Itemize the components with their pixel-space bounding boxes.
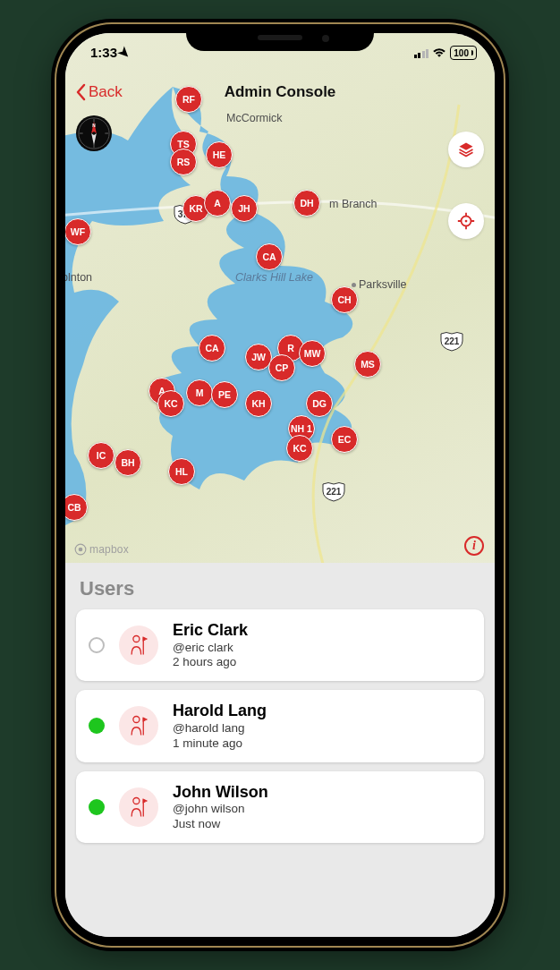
route-shield: 221 bbox=[439, 330, 464, 352]
chevron-left-icon bbox=[74, 83, 87, 101]
map-layers-button[interactable] bbox=[448, 132, 484, 167]
back-button[interactable]: Back bbox=[65, 83, 123, 101]
svg-point-15 bbox=[79, 548, 83, 552]
map-marker[interactable]: PE bbox=[211, 381, 238, 408]
user-info: Harold Lang@harold lang1 minute ago bbox=[173, 701, 267, 751]
crosshair-icon bbox=[456, 211, 476, 231]
status-right: 100 bbox=[414, 46, 477, 60]
route-shield: 221 bbox=[321, 481, 346, 502]
map-city-label: McCormick bbox=[226, 112, 283, 124]
user-handle: @eric clark bbox=[173, 641, 248, 656]
screen: 1:33➤ 100 Back Admin Console bbox=[65, 33, 495, 937]
map-city-label: m Branch bbox=[329, 198, 378, 210]
user-name: John Wilson bbox=[173, 782, 268, 803]
svg-point-16 bbox=[133, 636, 140, 642]
map-marker[interactable]: DG bbox=[306, 390, 333, 417]
map-marker[interactable]: BH bbox=[115, 449, 141, 476]
svg-point-9 bbox=[465, 220, 468, 223]
map-locate-button[interactable] bbox=[448, 203, 484, 239]
mapbox-logo-icon bbox=[74, 543, 87, 556]
map-city-label: Parksville bbox=[352, 278, 407, 291]
map-marker[interactable]: HL bbox=[168, 458, 195, 485]
map-marker[interactable]: CA bbox=[199, 335, 225, 362]
wifi-icon bbox=[432, 47, 446, 58]
svg-point-20 bbox=[133, 797, 140, 804]
map-marker[interactable]: MW bbox=[299, 340, 326, 367]
map-marker[interactable]: KH bbox=[245, 390, 272, 417]
map-marker[interactable]: IC bbox=[88, 442, 115, 469]
map-marker[interactable]: A bbox=[204, 190, 231, 217]
map-marker[interactable]: CP bbox=[268, 354, 295, 381]
map-marker[interactable]: EC bbox=[331, 426, 358, 453]
map-marker[interactable]: JH bbox=[231, 195, 258, 222]
map-marker[interactable]: WF bbox=[65, 218, 91, 245]
map-marker[interactable]: DH bbox=[293, 190, 320, 217]
map-attribution: mapbox bbox=[74, 543, 129, 556]
cell-signal-icon bbox=[414, 48, 429, 58]
users-heading: Users bbox=[65, 572, 495, 609]
map-marker[interactable]: CA bbox=[256, 243, 283, 270]
layers-icon bbox=[457, 140, 475, 158]
presence-indicator bbox=[89, 718, 105, 734]
back-label: Back bbox=[89, 83, 123, 101]
nav-bar: Back Admin Console bbox=[65, 72, 495, 112]
map-marker[interactable]: KC bbox=[286, 435, 313, 462]
map-marker[interactable]: KC bbox=[157, 390, 184, 417]
page-title: Admin Console bbox=[65, 83, 495, 101]
presence-indicator bbox=[89, 637, 105, 653]
user-last-seen: Just now bbox=[173, 817, 268, 832]
compass-button[interactable]: N bbox=[76, 115, 112, 151]
avatar bbox=[119, 625, 158, 665]
map-info-button[interactable]: i bbox=[464, 536, 484, 556]
users-panel: Users Eric Clark@eric clark2 hours agoHa… bbox=[65, 563, 495, 937]
user-info: Eric Clark@eric clark2 hours ago bbox=[173, 620, 248, 670]
user-name: Harold Lang bbox=[173, 701, 267, 721]
battery-indicator: 100 bbox=[450, 46, 477, 60]
map-marker[interactable]: CH bbox=[331, 286, 358, 313]
user-handle: @john wilson bbox=[173, 802, 268, 817]
user-last-seen: 1 minute ago bbox=[173, 736, 267, 752]
map-marker[interactable]: MS bbox=[354, 351, 381, 378]
map-city-label: plnton bbox=[65, 271, 92, 284]
svg-point-18 bbox=[133, 717, 140, 723]
map-marker[interactable]: HE bbox=[206, 141, 233, 168]
map-marker[interactable]: RS bbox=[170, 149, 197, 175]
user-card[interactable]: Eric Clark@eric clark2 hours ago bbox=[76, 609, 484, 681]
status-time: 1:33➤ bbox=[90, 45, 131, 61]
user-info: John Wilson@john wilsonJust now bbox=[173, 782, 268, 832]
user-last-seen: 2 hours ago bbox=[173, 655, 248, 670]
map-view[interactable]: McCormickm BranchClarks Hill LakeParksvi… bbox=[65, 33, 495, 563]
user-name: Eric Clark bbox=[173, 620, 248, 641]
svg-text:N: N bbox=[92, 123, 96, 128]
presence-indicator bbox=[89, 799, 105, 815]
phone-frame: 1:33➤ 100 Back Admin Console bbox=[56, 24, 504, 946]
location-arrow-icon: ➤ bbox=[115, 43, 135, 63]
map-city-label: Clarks Hill Lake bbox=[235, 271, 313, 284]
user-card[interactable]: Harold Lang@harold lang1 minute ago bbox=[76, 690, 484, 762]
map-marker[interactable]: M bbox=[186, 379, 213, 406]
avatar bbox=[119, 706, 158, 745]
phone-notch bbox=[186, 24, 374, 51]
user-handle: @harold lang bbox=[173, 721, 267, 736]
user-card[interactable]: John Wilson@john wilsonJust now bbox=[76, 771, 484, 843]
avatar bbox=[119, 787, 158, 827]
